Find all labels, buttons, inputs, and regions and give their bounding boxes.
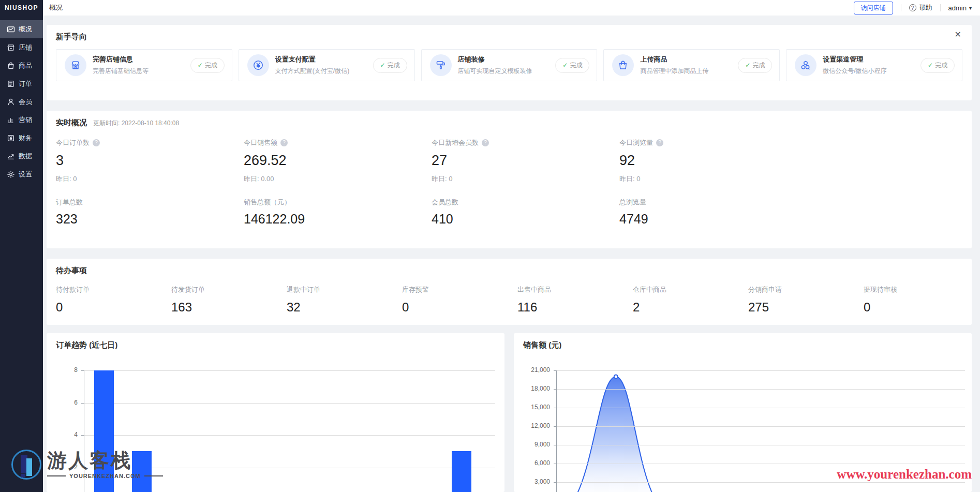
sidebar-item-label: 设置 bbox=[19, 170, 32, 179]
stat-today-views: 今日浏览量? 92 昨日: 0 总浏览量 4749 bbox=[619, 138, 807, 227]
guide-item-shop-info[interactable]: 完善店铺信息 完善店铺基础信息等 ✓ 完成 bbox=[56, 49, 232, 81]
stat-label: 今日新增会员数 bbox=[432, 138, 479, 147]
sidebar-item-overview[interactable]: 概况 bbox=[0, 20, 43, 38]
todo-withdraw-review[interactable]: 提现待审核 0 bbox=[864, 285, 979, 315]
y-tick-label: 6,000 bbox=[520, 459, 550, 467]
y-axis-line bbox=[84, 370, 84, 492]
y-tick-label: 8 bbox=[48, 366, 78, 374]
todo-distributor-apply[interactable]: 分销商申请 275 bbox=[748, 285, 864, 315]
check-icon: ✓ bbox=[198, 62, 203, 69]
todo-pending-shipment[interactable]: 待发货订单 163 bbox=[171, 285, 287, 315]
shopping-bag-icon bbox=[7, 62, 15, 70]
sidebar-item-members[interactable]: 会员 bbox=[0, 93, 43, 111]
guide-item-channels[interactable]: 设置渠道管理 微信公众号/微信小程序 ✓ 完成 bbox=[786, 49, 962, 81]
check-icon: ✓ bbox=[745, 62, 750, 69]
chevron-down-icon: ▾ bbox=[969, 5, 972, 11]
todo-on-sale[interactable]: 出售中商品 116 bbox=[517, 285, 633, 315]
sidebar-item-label: 店铺 bbox=[19, 43, 32, 52]
realtime-stats: 今日订单数? 3 昨日: 0 订单总数 323 今日销售额? 269.52 昨日… bbox=[56, 138, 962, 227]
app-logo: NIUSHOP bbox=[0, 0, 43, 16]
order-trend-chart-panel: 订单趋势 (近七日) 8642 bbox=[47, 333, 504, 492]
todo-label: 库存预警 bbox=[402, 285, 517, 294]
peak-marker[interactable] bbox=[614, 375, 618, 379]
stat-value: 27 bbox=[432, 153, 619, 169]
todo-stock-warning[interactable]: 库存预警 0 bbox=[402, 285, 517, 315]
stat-yesterday: 昨日: 0.00 bbox=[244, 174, 432, 184]
todo-label: 分销商申请 bbox=[748, 285, 864, 294]
help-circle-icon[interactable]: ? bbox=[656, 139, 663, 146]
guide-item-desc: 完善店铺基础信息等 bbox=[93, 67, 149, 76]
done-badge: ✓ 完成 bbox=[738, 58, 772, 73]
guide-item-desc: 微信公众号/微信小程序 bbox=[823, 67, 886, 76]
order-trend-bar[interactable] bbox=[132, 451, 152, 492]
sidebar-item-orders[interactable]: 订单 bbox=[0, 74, 43, 93]
tick-mark bbox=[554, 482, 556, 483]
stat-value: 3 bbox=[56, 153, 244, 169]
done-label: 完成 bbox=[935, 61, 947, 70]
sales-chart-title: 销售额 (元) bbox=[523, 340, 962, 350]
sidebar-item-shop[interactable]: 店铺 bbox=[0, 38, 43, 56]
guide-title: 新手导向 bbox=[56, 32, 962, 42]
stat-new-members: 今日新增会员数? 27 昨日: 0 会员总数 410 bbox=[432, 138, 619, 227]
todo-pending-payment[interactable]: 待付款订单 0 bbox=[56, 285, 171, 315]
guide-item-payment[interactable]: 设置支付配置 支付方式配置(支付宝/微信) ✓ 完成 bbox=[239, 49, 415, 81]
help-menu[interactable]: ? 帮助 bbox=[909, 3, 932, 12]
divider bbox=[940, 4, 941, 11]
tick-mark bbox=[554, 445, 556, 445]
stat-today-sales: 今日销售额? 269.52 昨日: 0.00 销售总额（元） 146122.09 bbox=[244, 138, 432, 227]
realtime-title: 实时概况 bbox=[56, 118, 87, 128]
help-circle-icon[interactable]: ? bbox=[280, 139, 288, 146]
todo-label: 出售中商品 bbox=[517, 285, 633, 294]
gridline bbox=[557, 389, 965, 390]
todo-value: 116 bbox=[517, 300, 633, 315]
trend-arrow-icon bbox=[7, 152, 15, 160]
sidebar-item-label: 营销 bbox=[19, 115, 32, 125]
close-icon[interactable]: ✕ bbox=[955, 31, 961, 39]
sales-chart-panel: 销售额 (元) 21,00018,00015,00012,0009,0006,0… bbox=[514, 333, 972, 492]
stat-label: 今日销售额 bbox=[244, 138, 277, 147]
y-tick-label: 9,000 bbox=[520, 441, 550, 448]
guide-item-texts: 完善店铺信息 完善店铺基础信息等 bbox=[93, 55, 149, 76]
sidebar: NIUSHOP 概况 店铺 商品 bbox=[0, 0, 43, 492]
y-tick-label: 2 bbox=[48, 464, 78, 471]
guide-item-upload-goods[interactable]: 上传商品 商品管理中添加商品上传 ✓ 完成 bbox=[603, 49, 780, 81]
todo-in-warehouse[interactable]: 仓库中商品 2 bbox=[633, 285, 748, 315]
sales-area-curve bbox=[556, 365, 965, 492]
order-trend-bar[interactable] bbox=[94, 370, 114, 492]
stat-label: 今日订单数 bbox=[56, 138, 90, 147]
stat-value: 269.52 bbox=[244, 153, 432, 169]
topbar-right: 访问店铺 ? 帮助 admin ▾ bbox=[854, 2, 972, 14]
stat-total-label: 订单总数 bbox=[56, 198, 244, 207]
user-menu[interactable]: admin ▾ bbox=[948, 4, 972, 12]
sidebar-item-data[interactable]: 数据 bbox=[0, 147, 43, 165]
stat-yesterday: 昨日: 0 bbox=[432, 174, 619, 184]
sidebar-item-settings[interactable]: 设置 bbox=[0, 165, 43, 183]
gridline bbox=[84, 435, 495, 436]
tick-mark bbox=[554, 464, 556, 464]
todo-panel: 待办事项 待付款订单 0 待发货订单 163 退款中订单 32 库存预警 0 出… bbox=[47, 259, 972, 325]
store-icon bbox=[65, 54, 86, 76]
sidebar-item-marketing[interactable]: 营销 bbox=[0, 111, 43, 129]
order-trend-bar[interactable] bbox=[452, 451, 471, 492]
todo-label: 仓库中商品 bbox=[633, 285, 748, 294]
todo-refunding[interactable]: 退款中订单 32 bbox=[287, 285, 402, 315]
done-label: 完成 bbox=[388, 61, 400, 70]
order-list-icon bbox=[7, 80, 15, 88]
guide-item-texts: 店铺装修 店铺可实现自定义模板装修 bbox=[458, 55, 532, 76]
help-circle-icon[interactable]: ? bbox=[93, 139, 100, 146]
stat-yesterday: 昨日: 0 bbox=[56, 174, 244, 184]
sidebar-item-finance[interactable]: 财务 bbox=[0, 129, 43, 147]
area-fill bbox=[573, 377, 656, 492]
gridline bbox=[557, 408, 965, 408]
sidebar-item-goods[interactable]: 商品 bbox=[0, 56, 43, 74]
visit-shop-button[interactable]: 访问店铺 bbox=[854, 2, 893, 14]
guide-item-decoration[interactable]: 店铺装修 店铺可实现自定义模板装修 ✓ 完成 bbox=[421, 49, 598, 81]
person-icon bbox=[7, 98, 15, 106]
done-badge: ✓ 完成 bbox=[373, 58, 407, 73]
newbie-guide-panel: 新手导向 ✕ 完善店铺信息 完善店铺基础信息等 ✓ 完成 bbox=[47, 25, 972, 100]
tick-mark bbox=[554, 370, 556, 371]
todo-label: 待发货订单 bbox=[171, 285, 287, 294]
help-circle-icon[interactable]: ? bbox=[482, 139, 489, 146]
sidebar-item-label: 订单 bbox=[19, 79, 32, 88]
check-icon: ✓ bbox=[928, 62, 933, 69]
